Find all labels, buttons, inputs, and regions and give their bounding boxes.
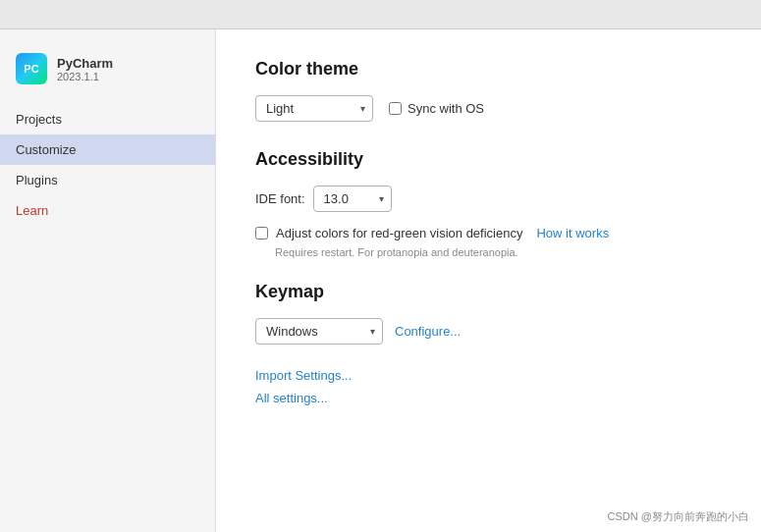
sync-with-os-row: Sync with OS <box>389 101 484 116</box>
all-settings-link[interactable]: All settings... <box>255 391 722 405</box>
color-theme-title: Color theme <box>255 59 722 80</box>
sidebar-item-customize[interactable]: Customize <box>0 134 215 165</box>
ide-font-select-wrapper: 10.0 11.0 12.0 13.0 14.0 16.0 18.0 ▾ <box>313 186 392 212</box>
sidebar: PC PyCharm 2023.1.1 Projects Customize P… <box>0 29 216 532</box>
how-it-works-link[interactable]: How it works <box>536 226 609 240</box>
main-container: PC PyCharm 2023.1.1 Projects Customize P… <box>0 29 761 532</box>
app-version: 2023.1.1 <box>57 71 113 82</box>
ide-font-label: IDE font: <box>255 191 305 206</box>
keymap-row: Windows macOS Linux Emacs ▾ Configure... <box>255 318 722 345</box>
restart-note: Requires restart. For protanopia and deu… <box>275 246 722 258</box>
sidebar-item-projects[interactable]: Projects <box>0 104 215 134</box>
app-logo-icon: PC <box>16 53 47 84</box>
sync-with-os-label[interactable]: Sync with OS <box>408 101 484 116</box>
app-logo: PC PyCharm 2023.1.1 <box>0 45 215 104</box>
top-bar <box>0 0 761 29</box>
app-name: PyCharm <box>57 56 113 71</box>
ide-font-select[interactable]: 10.0 11.0 12.0 13.0 14.0 16.0 18.0 <box>313 186 392 212</box>
sidebar-nav: Projects Customize Plugins Learn <box>0 104 215 226</box>
color-deficiency-label[interactable]: Adjust colors for red-green vision defic… <box>276 226 522 240</box>
accessibility-title: Accessibility <box>255 149 722 170</box>
ide-font-row: IDE font: 10.0 11.0 12.0 13.0 14.0 16.0 … <box>255 186 722 212</box>
color-deficiency-row: Adjust colors for red-green vision defic… <box>255 226 722 240</box>
color-deficiency-checkbox[interactable] <box>255 227 268 239</box>
accessibility-section: Accessibility IDE font: 10.0 11.0 12.0 1… <box>255 149 722 258</box>
keymap-title: Keymap <box>255 282 722 302</box>
sidebar-item-plugins[interactable]: Plugins <box>0 165 215 195</box>
keymap-section: Keymap Windows macOS Linux Emacs ▾ Confi… <box>255 282 722 345</box>
watermark: CSDN @努力向前奔跑的小白 <box>608 509 749 524</box>
keymap-select-wrapper: Windows macOS Linux Emacs ▾ <box>255 318 383 345</box>
configure-link[interactable]: Configure... <box>395 324 461 339</box>
color-theme-select-wrapper: Light Dark High contrast ▾ <box>255 95 373 122</box>
app-logo-text: PyCharm 2023.1.1 <box>57 56 113 82</box>
color-theme-row: Light Dark High contrast ▾ Sync with OS <box>255 95 722 122</box>
sidebar-item-learn[interactable]: Learn <box>0 195 215 226</box>
import-settings-link[interactable]: Import Settings... <box>255 368 722 383</box>
color-theme-select[interactable]: Light Dark High contrast <box>255 95 373 122</box>
sync-with-os-checkbox[interactable] <box>389 102 402 115</box>
color-theme-section: Color theme Light Dark High contrast ▾ S… <box>255 59 722 122</box>
keymap-select[interactable]: Windows macOS Linux Emacs <box>255 318 383 345</box>
main-content: Color theme Light Dark High contrast ▾ S… <box>216 29 761 532</box>
links-section: Import Settings... All settings... <box>255 368 722 405</box>
